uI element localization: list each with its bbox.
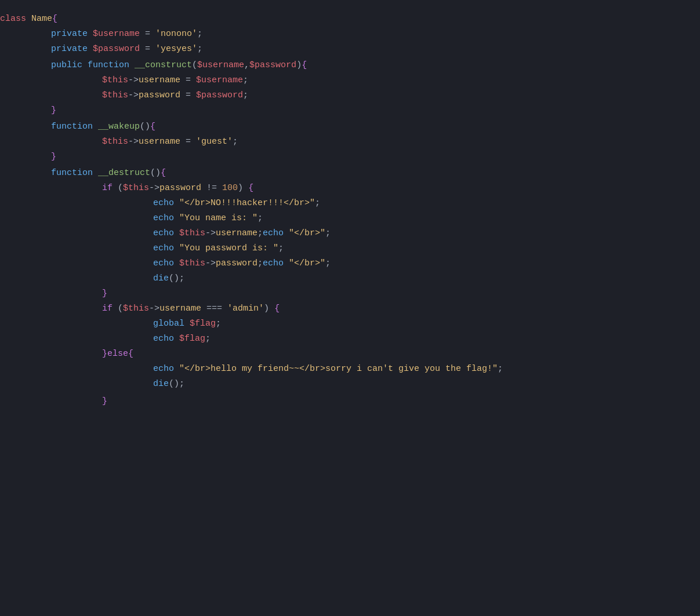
code-line: } (0, 394, 700, 409)
token-paren: () (150, 168, 161, 178)
token-kw-else: else (107, 349, 128, 359)
code-line: die(); (0, 271, 700, 286)
token-fn-name: __construct (135, 60, 192, 70)
token-semi: ; (325, 228, 331, 238)
token-str: 'nonono' (155, 29, 197, 39)
token-var: $password (249, 60, 296, 70)
token-kw-private: private (51, 29, 93, 39)
token-str: 'admin' (227, 304, 264, 314)
token-paren: ) (296, 60, 302, 70)
token-semi: ; (257, 258, 263, 268)
token-bracket: { (150, 122, 155, 132)
code-editor: class Name{private $username = 'nonono';… (0, 0, 700, 421)
code-line: echo "</br>NO!!!hacker!!!</br>"; (0, 196, 700, 211)
token-kw-echo: echo (153, 364, 179, 374)
token-bracket: } (102, 289, 107, 298)
token-semi: ; (179, 274, 184, 283)
token-arrow: -> (128, 90, 139, 100)
code-line: } (0, 286, 700, 301)
code-line: echo $flag; (0, 331, 700, 347)
token-kw-echo: echo (263, 258, 289, 268)
token-var: $username (196, 75, 243, 85)
token-kw-if: if (102, 304, 118, 314)
code-line: private $password = 'yesyes'; (0, 42, 700, 57)
token-semi: ; (233, 137, 238, 147)
token-kw-echo: echo (153, 258, 179, 268)
token-fn-name: __destruct (98, 168, 150, 178)
token-paren: () (169, 379, 179, 389)
token-kw-class: class (0, 14, 31, 24)
token-var: $flag (179, 334, 205, 344)
token-op: = (140, 44, 155, 54)
token-bracket: { (161, 168, 166, 178)
token-prop: password (139, 90, 180, 100)
token-semi: ; (197, 44, 202, 54)
token-bracket: } (102, 349, 107, 359)
token-bracket: { (302, 60, 307, 70)
token-semi: ; (278, 243, 284, 253)
token-semi: ; (243, 90, 248, 100)
token-prop: password (216, 258, 257, 268)
token-semi: ; (257, 228, 263, 238)
token-paren: () (169, 274, 179, 283)
code-line: }else{ (0, 347, 700, 362)
code-line: function __destruct(){ (0, 166, 700, 181)
token-var: $flag (190, 319, 216, 329)
token-str: 'guest' (196, 137, 233, 147)
token-arrow: -> (128, 75, 139, 85)
token-paren: ( (118, 304, 123, 314)
code-line: public function __construct($username,$p… (0, 58, 700, 73)
token-kw-function: function (51, 122, 98, 132)
token-kw-echo: echo (153, 228, 179, 238)
token-var: $this (179, 228, 205, 238)
token-paren: ) (238, 183, 243, 193)
token-bracket: } (51, 152, 56, 162)
code-line: echo "You password is: "; (0, 241, 700, 256)
token-var: $this (123, 304, 149, 314)
token-var: $this (102, 90, 128, 100)
token-semi: ; (216, 319, 221, 329)
token-str: 'yesyes' (155, 44, 197, 54)
token-semi: ; (315, 198, 320, 208)
code-line: echo "</br>hello my friend~~</br>sorry i… (0, 362, 700, 377)
token-arrow: -> (205, 228, 216, 238)
token-arrow: -> (149, 183, 159, 193)
token-semi: ; (257, 213, 263, 223)
token-semi: ; (179, 379, 184, 389)
code-line: $this->username = 'guest'; (0, 134, 700, 150)
token-kw-echo: echo (153, 213, 179, 223)
token-str: "You name is: " (179, 213, 257, 223)
token-kw-if: if (102, 183, 118, 193)
token-op (243, 183, 248, 193)
token-var: $username (93, 29, 140, 39)
token-prop: username (139, 137, 180, 147)
token-var: $password (196, 90, 243, 100)
token-var: $this (102, 75, 128, 85)
token-kw-die: die (153, 274, 169, 283)
token-arrow: -> (149, 304, 159, 314)
token-semi: ; (205, 334, 211, 344)
token-paren: ) (264, 304, 269, 314)
token-op: = (140, 29, 155, 39)
token-semi: ; (498, 364, 503, 374)
token-str: "</br>" (289, 228, 325, 238)
token-arrow: -> (205, 258, 216, 268)
token-bracket: } (102, 396, 107, 406)
token-bracket: { (128, 349, 133, 359)
code-line: if ($this->username === 'admin') { (0, 301, 700, 316)
token-kw-function: function (51, 168, 98, 178)
code-line: } (0, 103, 700, 118)
token-kw-global: global (153, 319, 190, 329)
token-kw-echo: echo (153, 198, 179, 208)
token-semi: ; (325, 258, 331, 268)
token-str: "You password is: " (179, 243, 278, 253)
token-op: = (180, 90, 196, 100)
token-bracket: } (51, 105, 56, 115)
code-line: $this->password = $password; (0, 88, 700, 103)
token-op: = (180, 75, 196, 85)
token-paren: () (140, 122, 150, 132)
token-semi: ; (197, 29, 202, 39)
token-arrow: -> (128, 137, 139, 147)
token-prop: username (216, 228, 257, 238)
token-str: "</br>NO!!!hacker!!!</br>" (179, 198, 315, 208)
